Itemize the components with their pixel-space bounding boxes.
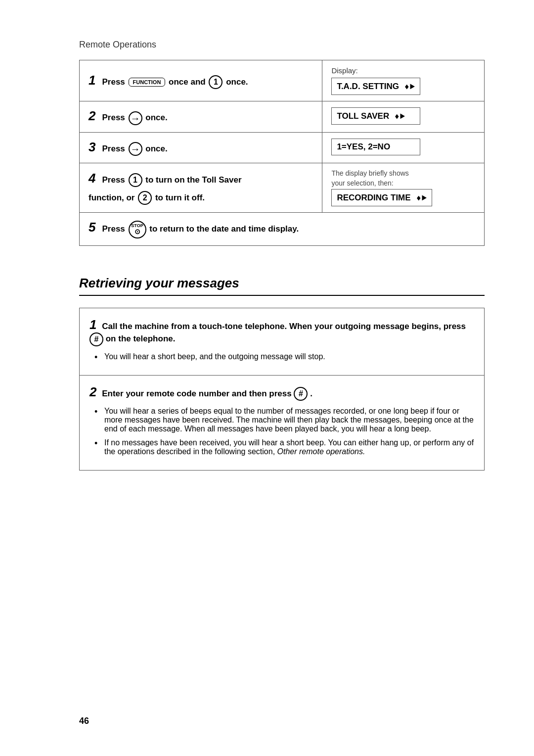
list-item: If no messages have been received, you w… [94, 438, 474, 456]
steps-table: 1 Press FUNCTION once and 1 once. Displa… [79, 60, 485, 246]
step-number-4: 4 [89, 171, 95, 186]
list-item: You will hear a short beep, and the outg… [94, 352, 474, 361]
nav-button-3[interactable]: → [129, 142, 142, 156]
display-tad-setting: T.A.D. SETTING ⬧▶ [331, 78, 420, 95]
step-1-cell: 1 Press FUNCTION once and 1 once. [80, 60, 322, 101]
step-number-3: 3 [89, 140, 95, 154]
step-3-cell: 3 Press → once. [80, 132, 322, 163]
section-heading: Retrieving your messages [79, 276, 485, 296]
table-row: 4 Press 1 to turn on the Toll Saver func… [80, 163, 485, 213]
table-row: 2 Enter your remote code number and then… [80, 375, 485, 471]
display-yes-no: 1=YES, 2=NO [331, 139, 420, 155]
step-number-2: 2 [89, 108, 95, 123]
button-1[interactable]: 1 [209, 75, 222, 89]
arrow-icon-3: ⬧▶ [416, 192, 427, 203]
page-number: 46 [79, 716, 89, 726]
retrieve-step-number-2: 2 [89, 384, 96, 399]
retrieve-table: 1 Call the machine from a touch-tone tel… [79, 308, 485, 471]
button-1-step4[interactable]: 1 [129, 173, 142, 187]
step-2-text: Press → once. [102, 113, 167, 122]
arrow-icon-2: ⬧▶ [394, 111, 405, 121]
stop-button[interactable]: STOP ⊙ [129, 221, 146, 238]
retrieve-step-2-bullets: You will hear a series of beeps equal to… [89, 407, 474, 456]
table-row: 1 Call the machine from a touch-tone tel… [80, 308, 485, 375]
retrieve-step-2-bold: Enter your remote code number and then p… [102, 389, 312, 398]
retrieve-step-1-cell: 1 Call the machine from a touch-tone tel… [80, 308, 485, 375]
retrieve-step-1-bold: Call the machine from a touch-tone telep… [89, 322, 466, 343]
step-4-cell: 4 Press 1 to turn on the Toll Saver func… [80, 163, 322, 213]
step-number-5: 5 [89, 220, 95, 235]
table-row: 5 Press STOP ⊙ to return to the date and… [80, 213, 485, 246]
display-value-toll-saver: TOLL SAVER [337, 111, 389, 121]
page: Remote Operations 1 Press FUNCTION once … [0, 0, 534, 756]
display-recording-time: RECORDING TIME ⬧▶ [331, 189, 432, 206]
display-label: Display: [331, 66, 475, 75]
step-5-cell: 5 Press STOP ⊙ to return to the date and… [80, 213, 485, 246]
table-row: 3 Press → once. 1=YES, 2=NO [80, 132, 485, 163]
step-2-display: TOLL SAVER ⬧▶ [322, 101, 485, 133]
hash-button-2[interactable]: # [294, 387, 308, 401]
step-4-text: Press 1 to turn on the Toll Saver [102, 175, 241, 185]
display-value-tad: T.A.D. SETTING [337, 82, 399, 92]
function-button[interactable]: FUNCTION [129, 78, 166, 87]
italic-text: Other remote operations. [277, 447, 365, 456]
step-3-text: Press → once. [102, 144, 167, 153]
arrow-icon: ⬧▶ [404, 81, 415, 92]
hash-button-1[interactable]: # [89, 332, 103, 346]
display-toll-saver: TOLL SAVER ⬧▶ [331, 107, 420, 125]
retrieve-step-number-1: 1 [89, 317, 96, 332]
step-2-cell: 2 Press → once. [80, 101, 322, 133]
step-5-text: Press STOP ⊙ to return to the date and t… [102, 224, 299, 234]
section-label: Remote Operations [79, 40, 485, 50]
retrieve-step-2-content: 2 Enter your remote code number and then… [89, 384, 474, 457]
list-item: You will hear a series of beeps equal to… [94, 407, 474, 433]
retrieve-step-1-content: 1 Call the machine from a touch-tone tel… [89, 317, 474, 361]
nav-button-2[interactable]: → [129, 111, 142, 125]
display-sub-label-2: your selection, then: [331, 179, 475, 187]
display-sub-label-1: The display briefly shows [331, 169, 475, 177]
step-1-display: Display: T.A.D. SETTING ⬧▶ [322, 60, 485, 101]
step-3-display: 1=YES, 2=NO [322, 132, 485, 163]
display-value-recording: RECORDING TIME [337, 193, 410, 203]
display-value-yes-no: 1=YES, 2=NO [337, 142, 390, 152]
table-row: 2 Press → once. TOLL SAVER ⬧▶ [80, 101, 485, 133]
button-2-step4[interactable]: 2 [138, 191, 152, 205]
step-4-sub-text: function, or 2 to turn it off. [89, 191, 313, 205]
step-1-text: Press FUNCTION once and 1 once. [102, 77, 248, 87]
table-row: 1 Press FUNCTION once and 1 once. Displa… [80, 60, 485, 101]
step-4-display: The display briefly shows your selection… [322, 163, 485, 213]
step-number-1: 1 [89, 73, 95, 88]
retrieve-step-1-bullets: You will hear a short beep, and the outg… [89, 352, 474, 361]
retrieve-step-2-cell: 2 Enter your remote code number and then… [80, 375, 485, 471]
